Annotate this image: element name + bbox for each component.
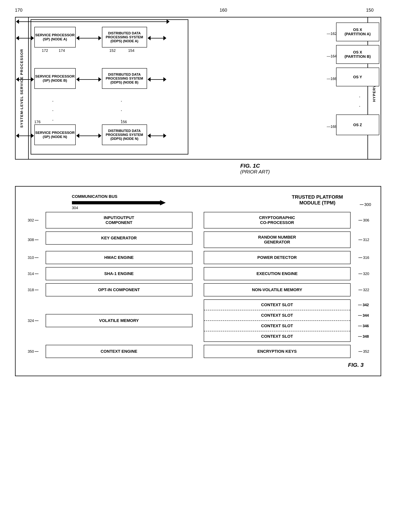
ref-170: 170: [15, 7, 23, 13]
bus-arrow: [72, 200, 166, 205]
ref-156: 156: [121, 120, 127, 124]
fig3-section: COMMUNICATION BUS 304 TRUSTED PLATFORM M…: [15, 186, 381, 376]
fig3-row-7: 350 CONTEXT ENGINE 352 ENCRYPTION KEYS: [46, 345, 350, 358]
rng-box: RANDOM NUMBER GENERATOR: [204, 231, 350, 248]
ref-308-left: 308: [28, 238, 39, 242]
rng-cell: 312 RANDOM NUMBER GENERATOR: [204, 231, 350, 248]
ref-174: 174: [59, 48, 65, 53]
sp-node-a-box: SERVICE PROCESSOR(SP) (NODE A): [34, 27, 76, 47]
fig1c-title: FIG. 1C: [240, 162, 381, 169]
ref-176: 176: [34, 120, 41, 124]
ref-172: 172: [42, 48, 48, 53]
ref-154: 154: [128, 48, 134, 53]
ref-302-left: 302: [28, 218, 39, 222]
fig3-row-4: 314 SHA-1 ENGINE 320 EXECUTION ENGINE: [46, 267, 350, 280]
ref-160: 160: [220, 7, 227, 13]
arrow-slsp-sp-b: [16, 78, 34, 81]
arrow-ddps-a-hyp: [148, 36, 166, 40]
ref-306-right: 306: [358, 218, 369, 222]
context-slots-container: CONTEXT SLOT 342 CONTEXT SLOT 344: [204, 299, 350, 342]
arrow-sp-b-ddps-b: [76, 78, 101, 81]
slsp-label: SYSTEM-LEVEL SERVICE PROCESSOR: [20, 49, 24, 128]
fig1c-label: FIG. 1C (PRIOR ART): [240, 162, 381, 175]
ref-320-right: 320: [358, 272, 369, 276]
os-x-b-box: OS X(PARTITION B): [336, 45, 379, 64]
fig3-row-2: 308 KEY GENERATOR 312 RANDOM NUMBER GENE…: [46, 231, 350, 248]
ref-316-right: 316: [358, 255, 369, 260]
ref-162-line: —162: [327, 32, 337, 36]
ref-342: 342: [358, 303, 369, 307]
hmac-box: HMAC ENGINE: [46, 251, 192, 264]
ref-314-left: 314: [28, 272, 39, 276]
dots-sp: ···: [52, 96, 54, 125]
ref-166-line: —166: [327, 77, 337, 81]
ref-348: 348: [358, 334, 369, 339]
encryption-keys-cell: 352 ENCRYPTION KEYS: [204, 345, 350, 358]
page-container: 170 160 150 SYSTEM-LEVEL SERVICE PROCESS…: [7, 7, 389, 376]
power-detector-cell: 300 316 POWER DETECTOR: [204, 251, 350, 264]
ref-324-left: 324: [28, 318, 39, 323]
ref-352-right: 352: [358, 349, 369, 354]
key-gen-box: KEY GENERATOR: [46, 231, 192, 245]
os-y-label: OS Y: [353, 75, 362, 79]
context-slots-cell: CONTEXT SLOT 342 CONTEXT SLOT 344: [204, 299, 350, 342]
ddps-node-n-box: DISTRIBUTED DATAPROCESSING SYSTEM(DDPS) …: [102, 124, 147, 145]
fig3-main-grid: 302 INPUT/OUTPUT COMPONENT 306 CRYPTOGRA…: [25, 212, 371, 358]
ref-350-left: 350: [28, 349, 39, 354]
os-z-label: OS Z: [353, 123, 362, 127]
sp-ddps-area: SERVICE PROCESSOR(SP) (NODE A) 172 174 D…: [29, 17, 367, 159]
ref-300-bracket: 300: [360, 202, 371, 207]
ref-150: 150: [366, 7, 373, 13]
fig3-row-3: 310 HMAC ENGINE 300 316: [46, 251, 350, 264]
fig3-row-1: 302 INPUT/OUTPUT COMPONENT 306 CRYPTOGRA…: [46, 212, 350, 228]
hmac-cell: 310 HMAC ENGINE: [46, 251, 192, 264]
comm-bus-area: COMMUNICATION BUS 304: [72, 194, 166, 210]
ddps-node-b-label: DISTRIBUTED DATAPROCESSING SYSTEM(DDPS) …: [106, 73, 143, 85]
fig3-row-5: 318 OPT-IN COMPONENT 322 NON-VOLATILE ME…: [46, 283, 350, 296]
volatile-memory-box: VOLATILE MEMORY: [46, 314, 192, 327]
arrow-slsp-sp-n: [16, 134, 34, 138]
arrow-slsp-sp-a: [16, 36, 34, 40]
context-slot-3: CONTEXT SLOT 346: [204, 321, 350, 331]
fig1c-prior-art: (PRIOR ART): [240, 169, 381, 175]
sha1-box: SHA-1 ENGINE: [46, 267, 192, 280]
sp-node-n-box: SERVICE PROCESSOR(SP) (NODE N): [34, 124, 76, 145]
comm-bus-label: COMMUNICATION BUS: [72, 194, 166, 199]
arrow-ddps-n-hyp: [148, 134, 166, 138]
tpm-label: TRUSTED PLATFORM MODULE (TPM): [292, 194, 343, 210]
context-engine-box: CONTEXT ENGINE: [46, 345, 192, 358]
exec-engine-box: EXECUTION ENGINE: [204, 267, 350, 280]
ref-152: 152: [110, 48, 116, 53]
context-engine-cell: 350 CONTEXT ENGINE: [46, 345, 192, 358]
ref-318-left: 318: [28, 288, 39, 292]
top-span-arrow: [16, 20, 169, 23]
ref-344: 344: [358, 313, 369, 318]
ddps-node-b-box: DISTRIBUTED DATAPROCESSING SYSTEM(DDPS) …: [102, 68, 147, 89]
ddps-node-a-box: DISTRIBUTED DATAPROCESSING SYSTEM(DDPS) …: [102, 27, 147, 47]
key-gen-cell: 308 KEY GENERATOR: [46, 231, 192, 248]
ref-346: 346: [358, 324, 369, 328]
sp-node-b-label: SERVICE PROCESSOR(SP) (NODE B): [35, 74, 75, 83]
opt-in-box: OPT-IN COMPONENT: [46, 283, 192, 296]
fig3-label: FIG. 3: [25, 362, 364, 368]
ref-310-left: 310: [28, 255, 39, 260]
opt-in-cell: 318 OPT-IN COMPONENT: [46, 283, 192, 296]
nvm-cell: 322 NON-VOLATILE MEMORY: [204, 283, 350, 296]
os-x-b-label: OS X(PARTITION B): [344, 50, 371, 59]
ref-304: 304: [72, 206, 166, 210]
sp-node-b-box: SERVICE PROCESSOR(SP) (NODE B): [34, 68, 76, 89]
crypto-processor-box: CRYPTOGRAPHIC CO-PROCESSOR: [204, 212, 350, 228]
arrow-ddps-b-hyp: [148, 78, 166, 81]
ref-312-right: 312: [358, 238, 369, 242]
tpm-title: TRUSTED PLATFORM MODULE (TPM): [292, 194, 343, 206]
fig3-title: FIG. 3: [348, 362, 363, 368]
sp-node-n-label: SERVICE PROCESSOR(SP) (NODE N): [35, 131, 75, 139]
os-y-box: OS Y: [336, 68, 379, 86]
os-x-a-label: OS X(PARTITION A): [344, 28, 371, 36]
context-slot-4: CONTEXT SLOT 348: [204, 331, 350, 341]
power-detector-box: POWER DETECTOR: [204, 251, 350, 264]
crypto-processor-cell: 306 CRYPTOGRAPHIC CO-PROCESSOR: [204, 212, 350, 228]
sha1-cell: 314 SHA-1 ENGINE: [46, 267, 192, 280]
volatile-memory-cell: 324 VOLATILE MEMORY: [46, 314, 192, 327]
context-slot-2: CONTEXT SLOT 344: [204, 310, 350, 321]
